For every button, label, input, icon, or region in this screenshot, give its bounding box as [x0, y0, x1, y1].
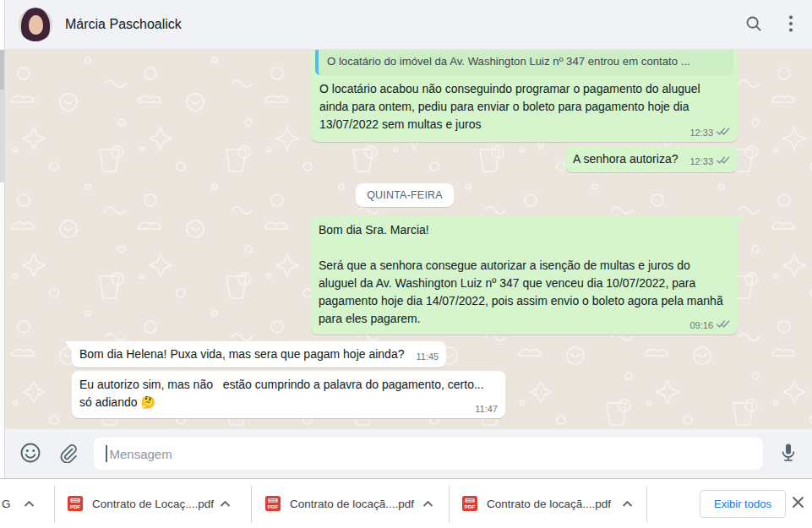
microphone-icon	[779, 443, 798, 465]
message-text: A senhora autoriza?	[573, 151, 678, 167]
kebab-menu-icon	[788, 14, 793, 35]
scrollbar-thumb[interactable]	[0, 50, 4, 90]
message-time: 09:16	[689, 320, 713, 330]
pdf-icon: PDF	[265, 496, 281, 511]
message-bubble-received[interactable]: Eu autorizo sim, mas não estão cumprindo…	[72, 371, 505, 418]
message-meta: 11:45	[416, 351, 439, 362]
chat-header: Márcia Paschoalick	[5, 0, 812, 50]
contact-name[interactable]: Márcia Paschoalick	[65, 17, 182, 32]
downloads-separator	[646, 486, 647, 523]
search-icon	[744, 14, 763, 35]
message-text: Eu autorizo sim, mas não estão cumprindo…	[79, 376, 498, 411]
message-list: O locatário do imóvel da Av. Washington …	[5, 50, 812, 429]
downloads-separator	[54, 486, 55, 523]
download-item-menu-button[interactable]	[622, 498, 633, 510]
header-actions	[744, 14, 793, 35]
text-cursor	[106, 445, 107, 462]
scrollbar-track[interactable]	[0, 90, 4, 182]
svg-text:PDF: PDF	[465, 504, 476, 509]
download-item-menu-button[interactable]	[24, 498, 35, 510]
message-time: 12:33	[689, 128, 713, 138]
message-bubble-sent[interactable]: A senhora autoriza? 12:33	[565, 146, 738, 172]
chat-list-panel-edge	[0, 0, 5, 478]
contact-avatar[interactable]	[19, 8, 52, 41]
message-bubble-sent[interactable]: O locatário do imóvel da Av. Washington …	[311, 50, 738, 142]
chevron-up-icon	[24, 498, 35, 510]
downloads-bar: G PDF Contrato de Locaç....pdf PDF Contr…	[0, 478, 812, 528]
emoji-icon	[19, 442, 41, 466]
download-item-filename[interactable]: G	[2, 498, 11, 510]
close-icon	[792, 496, 804, 511]
message-input[interactable]: Mensagem	[94, 438, 763, 470]
message-time: 11:47	[475, 404, 498, 414]
bubble-tail	[738, 215, 744, 226]
chat-area: O locatário do imóvel da Av. Washington …	[5, 50, 812, 429]
paperclip-icon	[57, 443, 78, 465]
message-meta: 12:33	[689, 127, 730, 138]
message-text: Bom dia Helena! Puxa vida, mas sera que …	[79, 346, 404, 362]
chevron-up-icon	[622, 498, 633, 510]
message-bubble-sent[interactable]: Bom dia Sra. Marcia! Será que a senhora …	[311, 215, 738, 335]
emoji-button[interactable]	[19, 442, 41, 466]
quoted-message-text: O locatário do imóvel da Av. Washington …	[327, 55, 690, 68]
message-input-placeholder: Mensagem	[110, 447, 172, 461]
whatsapp-window: Márcia Paschoalick	[0, 0, 812, 528]
double-check-icon	[716, 319, 730, 330]
show-all-downloads-button[interactable]: Exibir todos	[700, 490, 786, 518]
pdf-icon: PDF	[462, 496, 477, 511]
search-button[interactable]	[744, 14, 763, 35]
double-check-icon	[716, 127, 730, 138]
download-item-menu-button[interactable]	[422, 498, 433, 510]
pdf-icon: PDF	[68, 496, 83, 511]
downloads-separator	[251, 486, 252, 523]
download-item-filename[interactable]: Contrato de Locaç....pdf	[92, 498, 214, 510]
message-bubble-received[interactable]: Bom dia Helena! Puxa vida, mas sera que …	[72, 341, 446, 367]
chevron-up-icon	[422, 498, 433, 510]
message-meta: 11:47	[475, 404, 498, 414]
double-check-icon	[716, 155, 730, 166]
bubble-tail	[65, 341, 72, 351]
message-time: 11:45	[416, 351, 439, 362]
menu-button[interactable]	[788, 14, 793, 35]
quoted-message[interactable]: O locatário do imóvel da Av. Washington …	[315, 50, 733, 75]
download-item-filename[interactable]: Contrato de locaçã....pdf	[290, 498, 414, 510]
message-time: 12:33	[689, 156, 713, 166]
message-text: O locatário acabou não conseguindo progr…	[315, 75, 733, 135]
close-downloads-bar-button[interactable]	[792, 496, 804, 511]
download-item-filename[interactable]: Contrato de locaçã....pdf	[487, 498, 611, 510]
svg-text:PDF: PDF	[70, 504, 81, 509]
svg-text:PDF: PDF	[268, 504, 279, 509]
chevron-up-icon	[220, 498, 231, 510]
download-item-menu-button[interactable]	[220, 498, 231, 510]
downloads-separator	[449, 486, 450, 523]
message-meta: 09:16	[689, 319, 730, 330]
date-divider: QUINTA-FEIRA	[356, 183, 454, 207]
message-text: Bom dia Sra. Marcia! Será que a senhora …	[319, 221, 730, 328]
avatar-face	[29, 15, 43, 35]
voice-message-button[interactable]	[779, 443, 798, 465]
message-meta: 12:33	[689, 155, 730, 166]
composer-bar: Mensagem	[5, 429, 812, 478]
attach-button[interactable]	[57, 443, 78, 465]
